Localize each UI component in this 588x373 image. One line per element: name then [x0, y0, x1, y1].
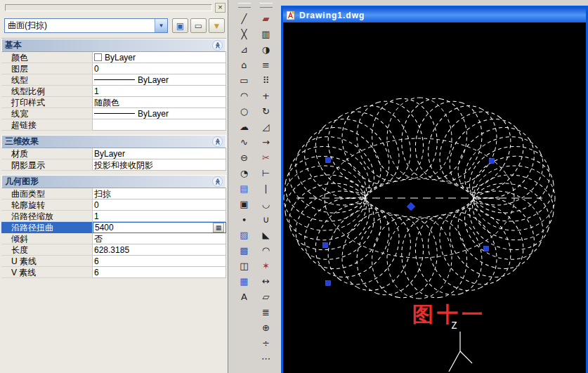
object-type-dropdown[interactable]: 曲面(扫掠) ▼ [4, 18, 168, 33]
construction-line-tool-button[interactable]: ╳ [235, 26, 254, 41]
line-tool-button[interactable]: ╱ [235, 11, 254, 26]
toolbar-grip[interactable] [238, 3, 251, 8]
property-value[interactable]: ByLayer [93, 74, 226, 86]
property-value[interactable]: 0 [93, 63, 226, 74]
quick-select-button[interactable]: ▼ [209, 18, 225, 33]
property-row[interactable]: 沿路径缩放1 [1, 211, 226, 222]
collapse-chevron-icon[interactable]: ≪ [212, 176, 223, 187]
grip-point[interactable] [490, 159, 495, 164]
property-row[interactable]: 颜色ByLayer [1, 52, 226, 63]
property-row[interactable]: U 素线6 [1, 256, 226, 267]
property-row[interactable]: 图层0 [1, 63, 226, 74]
property-row[interactable]: 超链接 [1, 119, 226, 131]
property-row[interactable]: 线型ByLayer [1, 74, 226, 86]
mirror-tool-button[interactable]: ◑ [257, 41, 275, 57]
trim-tool-button[interactable]: ✂ [257, 150, 275, 165]
section-header-geometry[interactable]: 几何图形≪ [1, 175, 226, 188]
select-objects-button[interactable]: ▭ [190, 18, 207, 33]
hatch-tool-button[interactable]: ▨ [235, 227, 254, 242]
property-value[interactable]: ByLayer [93, 52, 226, 63]
gradient-tool-button[interactable]: ▩ [235, 242, 254, 258]
polyline-tool-button[interactable]: ⊿ [235, 41, 254, 57]
insert-block-tool-button[interactable]: ▤ [235, 181, 254, 196]
property-value[interactable]: 628.3185 [93, 244, 226, 256]
center-grip-diamond[interactable] [407, 202, 414, 210]
fillet-tool-button[interactable]: ◠ [257, 242, 275, 258]
property-value[interactable]: 随颜色 [93, 97, 226, 108]
make-block-tool-button[interactable]: ▣ [235, 196, 254, 211]
ellipse-tool-button[interactable]: ⊖ [235, 150, 254, 165]
circle-tool-button[interactable]: ○ [235, 103, 254, 119]
property-row[interactable]: 长度628.3185 [1, 244, 226, 256]
drawing-canvas[interactable]: Z 图十一 [283, 22, 586, 373]
divide-tool-button[interactable]: ÷ [257, 335, 275, 351]
quick-calc-button[interactable]: ▦ [213, 223, 224, 233]
section-header-3d-effects[interactable]: 三维效果≪ [1, 135, 226, 148]
break-at-point-tool-button[interactable]: | [257, 181, 275, 196]
spline-tool-button[interactable]: ∿ [235, 134, 254, 150]
chevron-down-icon[interactable]: ▼ [155, 19, 167, 32]
property-row[interactable]: 轮廓旋转0 [1, 199, 226, 211]
point-tool-button[interactable]: ∙ [235, 211, 254, 227]
grip-point[interactable] [484, 247, 489, 251]
palette-close-button[interactable]: × [215, 3, 226, 13]
property-value[interactable]: ByLayer [93, 108, 226, 119]
palette-titlebar[interactable]: × [0, 0, 228, 13]
distance-tool-button[interactable]: ↔ [257, 273, 275, 289]
section-header-basic[interactable]: 基本≪ [1, 39, 226, 52]
property-row[interactable]: 打印样式随颜色 [1, 97, 226, 108]
break-tool-button[interactable]: ◡ [257, 196, 275, 211]
measure-tool-button[interactable]: ⋯ [257, 351, 275, 366]
extend-tool-button[interactable]: ⊢ [257, 165, 275, 181]
property-row[interactable]: 线型比例1 [1, 86, 226, 97]
move-tool-button[interactable]: + [257, 88, 275, 103]
copy-tool-button[interactable]: ▥ [257, 26, 275, 41]
property-row[interactable]: 线宽ByLayer [1, 108, 226, 119]
list-tool-button[interactable]: ≣ [257, 304, 275, 320]
area-tool-button[interactable]: ▱ [257, 289, 275, 304]
chamfer-tool-button[interactable]: ◣ [257, 227, 275, 242]
property-value[interactable]: 扫掠 [93, 188, 226, 199]
scale-tool-button[interactable]: ◿ [257, 119, 275, 134]
property-value[interactable]: 1 [93, 86, 226, 97]
property-row[interactable]: 材质ByLayer [1, 148, 226, 159]
rotate-tool-button[interactable]: ↻ [257, 103, 275, 119]
join-tool-button[interactable]: ∪ [257, 211, 275, 227]
drawing-titlebar[interactable]: Drawing1.dwg [283, 8, 586, 22]
revision-cloud-tool-button[interactable]: ☁ [235, 119, 254, 134]
property-row[interactable]: 倾斜否 [1, 233, 226, 244]
toolbar-grip[interactable] [260, 3, 273, 8]
property-row[interactable]: 阴影显示投影和接收阴影 [1, 159, 226, 171]
property-value[interactable]: 1 [93, 211, 226, 222]
arc-tool-button[interactable]: ◠ [235, 88, 254, 103]
ellipse-arc-tool-button[interactable]: ◔ [235, 165, 254, 181]
polygon-tool-button[interactable]: ⌂ [235, 57, 254, 72]
property-value[interactable]: ByLayer [93, 148, 226, 159]
region-tool-button[interactable]: ◫ [235, 258, 254, 273]
explode-tool-button[interactable]: ✶ [257, 258, 275, 273]
property-value[interactable]: 5400▦ [93, 222, 226, 233]
grip-point[interactable] [326, 281, 331, 286]
property-row[interactable]: 沿路径扭曲5400▦ [1, 222, 226, 233]
pickadd-toggle-button[interactable]: ▣ [172, 18, 188, 33]
palette-grip[interactable] [5, 4, 212, 11]
grip-point[interactable] [323, 243, 328, 248]
array-tool-button[interactable]: ⠿ [257, 72, 275, 88]
grip-point[interactable] [326, 158, 331, 163]
property-row[interactable]: 曲面类型扫掠 [1, 188, 226, 199]
property-row[interactable]: V 素线6 [1, 267, 226, 278]
collapse-chevron-icon[interactable]: ≪ [212, 40, 223, 51]
property-value[interactable]: 否 [93, 233, 226, 244]
offset-tool-button[interactable]: ≡ [257, 57, 275, 72]
property-value[interactable] [93, 119, 226, 131]
locate-point-tool-button[interactable]: ⊕ [257, 320, 275, 335]
property-value[interactable]: 6 [93, 256, 226, 267]
stretch-tool-button[interactable]: → [257, 134, 275, 150]
property-value[interactable]: 投影和接收阴影 [93, 159, 226, 171]
collapse-chevron-icon[interactable]: ≪ [212, 136, 223, 147]
erase-tool-button[interactable]: ▰ [257, 11, 275, 26]
table-tool-button[interactable]: ▦ [235, 273, 254, 289]
property-value[interactable]: 0 [93, 199, 226, 211]
property-value[interactable]: 6 [93, 267, 226, 278]
multiline-text-tool-button[interactable]: A [235, 289, 254, 304]
